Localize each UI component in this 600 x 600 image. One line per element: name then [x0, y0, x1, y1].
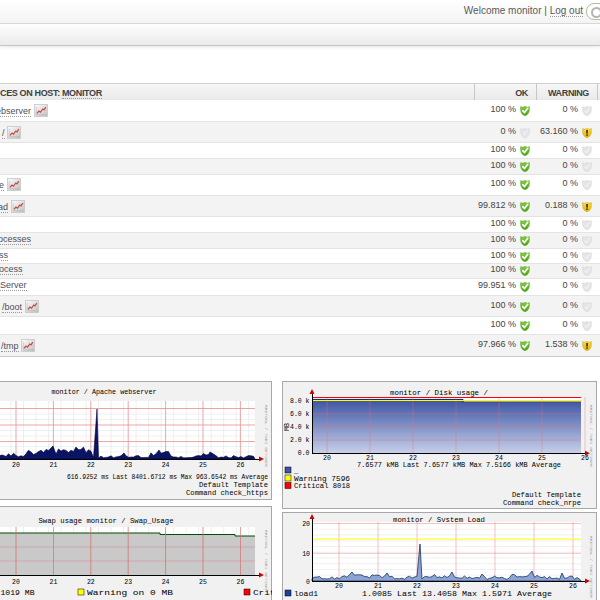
svg-text:10: 10	[302, 551, 310, 558]
svg-text:8.0 k: 8.0 k	[290, 398, 310, 405]
svg-text:26: 26	[581, 455, 589, 462]
svg-text:20: 20	[12, 462, 20, 469]
svg-text:RRDTOOL / TOBI OETIKER: RRDTOOL / TOBI OETIKER	[589, 405, 594, 467]
svg-text:load1: load1	[294, 590, 318, 598]
svg-text:616.9252 ms Last 8401.6712 m: 616.9252 ms Last 8401.6712 ms Max 963.65…	[67, 473, 268, 481]
svg-text:24: 24	[491, 583, 499, 590]
svg-text:1019 MB: 1019 MB	[1, 589, 35, 597]
svg-text:monitor / Apache webserver: monitor / Apache webserver	[52, 388, 157, 396]
svg-text:Command check_nrpe: Command check_nrpe	[503, 499, 581, 507]
svg-text:20: 20	[12, 579, 20, 586]
svg-text:21: 21	[374, 583, 382, 590]
svg-text:monitor / Disk usage /: monitor / Disk usage /	[390, 389, 488, 397]
svg-text:_: _	[293, 467, 299, 475]
svg-text:22: 22	[87, 579, 95, 586]
svg-text:2.0 k: 2.0 k	[290, 437, 310, 444]
svg-text:23: 23	[124, 462, 132, 469]
svg-text:4.0 k: 4.0 k	[290, 424, 310, 431]
svg-text:26: 26	[569, 583, 577, 590]
svg-text:24: 24	[162, 462, 170, 469]
svg-text:Default Template: Default Template	[199, 481, 268, 489]
svg-text:Warning on 0 MB: Warning on 0 MB	[87, 589, 173, 597]
svg-text:26: 26	[236, 462, 244, 469]
svg-text:23: 23	[452, 583, 460, 590]
svg-text:20: 20	[335, 583, 343, 590]
svg-text:20: 20	[323, 455, 331, 462]
svg-text:21: 21	[49, 579, 57, 586]
svg-text:21: 21	[49, 462, 57, 469]
svg-text:20: 20	[302, 521, 310, 528]
svg-text:23: 23	[124, 579, 132, 586]
svg-text:Critical 8018: Critical 8018	[294, 482, 350, 490]
svg-text:7.6577 kMB Last 7.6577 kMB Ma: 7.6577 kMB Last 7.6577 kMB Max 7.5166 kM…	[357, 461, 561, 469]
svg-text:24: 24	[162, 579, 170, 586]
svg-text:22: 22	[413, 583, 421, 590]
svg-text:MB: MB	[284, 423, 291, 431]
svg-text:25: 25	[199, 462, 207, 469]
svg-text:0: 0	[306, 579, 310, 586]
svg-text:25: 25	[199, 579, 207, 586]
svg-text:RRDTOOL / TOBI OETIKER: RRDTOOL / TOBI OETIKER	[589, 536, 594, 598]
svg-text:0.0: 0.0	[298, 450, 310, 457]
svg-text:Swap usage monitor / Swap_Usag: Swap usage monitor / Swap_Usage	[39, 517, 174, 525]
svg-text:22: 22	[87, 462, 95, 469]
svg-text:26: 26	[236, 579, 244, 586]
svg-text:6.0 k: 6.0 k	[290, 411, 310, 418]
svg-text:1.0085 Last 13.4058 Max 1: 1.0085 Last 13.4058 Max 1.5971 Average	[362, 590, 552, 598]
svg-text:25: 25	[530, 583, 538, 590]
svg-text:Command check_https: Command check_https	[186, 489, 268, 497]
svg-text:RRDTOOL / TOBI OETIKER: RRDTOOL / TOBI OETIKER	[264, 530, 269, 592]
svg-text:RRDTOOL / TOBI OETIKER: RRDTOOL / TOBI OETIKER	[264, 405, 269, 467]
